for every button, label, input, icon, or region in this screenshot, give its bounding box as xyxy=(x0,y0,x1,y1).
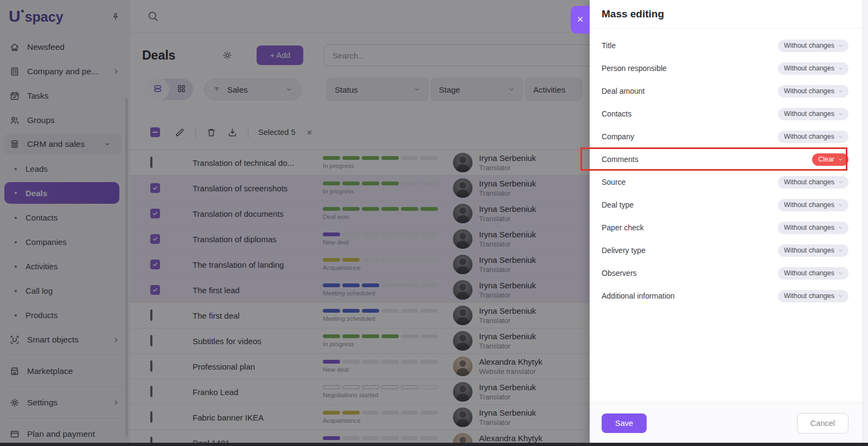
person-role: Translator xyxy=(479,240,536,248)
row-checkbox[interactable] xyxy=(150,260,160,269)
field-value-dropdown[interactable]: Without changes xyxy=(778,40,848,52)
pin-icon[interactable] xyxy=(111,12,120,22)
person-role: Translator xyxy=(479,393,536,401)
sidebar-item-company-and-pe[interactable]: Company and pe... xyxy=(0,59,130,83)
select-all-checkbox[interactable] xyxy=(150,127,160,137)
field-value-dropdown[interactable]: Without changes xyxy=(778,108,848,120)
cancel-button[interactable]: Cancel xyxy=(797,413,848,434)
uspacy-logo[interactable]: U spacy xyxy=(9,8,63,25)
stage-segment xyxy=(362,283,379,287)
field-value-dropdown[interactable]: Without changes xyxy=(778,267,848,280)
row-checkbox[interactable] xyxy=(150,411,152,423)
row-checkbox[interactable] xyxy=(150,360,152,372)
sidebar-item-newsfeed[interactable]: Newsfeed xyxy=(0,35,130,59)
sidebar-item-tasks[interactable]: Tasks xyxy=(0,83,130,108)
row-checkbox[interactable] xyxy=(150,157,152,168)
field-value-dropdown[interactable]: Without changes xyxy=(778,199,848,211)
filter-dropdown-activities[interactable]: Activities xyxy=(525,78,582,101)
stage-segment xyxy=(401,385,418,389)
chevron-down-icon xyxy=(837,42,844,49)
deal-title[interactable]: Translation of diplomas xyxy=(193,235,323,244)
stage-segment xyxy=(381,436,399,440)
close-icon xyxy=(576,15,585,25)
stage-cell: In progress xyxy=(323,156,453,169)
sidebar-item-companies[interactable]: Companies xyxy=(0,230,130,254)
field-value-dropdown[interactable]: Without changes xyxy=(778,222,848,234)
deal-title[interactable]: Translation of documents xyxy=(193,209,323,218)
deal-title[interactable]: Fabric banner IKEA xyxy=(193,413,323,422)
edit-icon[interactable] xyxy=(174,127,186,138)
sidebar-item-marketplace[interactable]: Marketplace xyxy=(0,359,130,383)
person-name: Iryna Serbeniuk xyxy=(479,281,536,290)
deal-title[interactable]: The translation of landing xyxy=(193,260,323,269)
sidebar-item-contacts[interactable]: Contacts xyxy=(0,205,130,230)
mass-editing-panel: Mass editing TitleWithout changesPerson … xyxy=(590,0,868,446)
person-role: Translator xyxy=(479,418,536,426)
person-cell: Iryna SerbeniukTranslator xyxy=(453,204,536,223)
field-value-dropdown[interactable]: Without changes xyxy=(778,131,848,143)
sidebar-item-deals[interactable]: Deals xyxy=(4,182,119,204)
field-value-dropdown[interactable]: Without changes xyxy=(778,176,848,189)
chevron-down-icon xyxy=(837,65,844,72)
deal-title[interactable]: Professional plan xyxy=(193,362,323,371)
filter-dropdown-stage[interactable]: Stage xyxy=(431,78,523,101)
list-view-button[interactable] xyxy=(145,79,169,100)
add-button[interactable]: + Add xyxy=(257,46,303,65)
bottom-bar xyxy=(0,443,868,446)
field-value: Without changes xyxy=(784,292,834,300)
deal-title[interactable]: The first lead xyxy=(193,286,323,295)
sidebar-item-call-log[interactable]: Call log xyxy=(0,279,130,303)
row-checkbox[interactable] xyxy=(150,183,160,193)
clear-selection-icon[interactable] xyxy=(305,128,314,137)
sidebar-header: U spacy xyxy=(0,0,130,28)
field-value-dropdown[interactable]: Without changes xyxy=(778,85,848,98)
sidebar-item-label: Newsfeed xyxy=(27,42,65,52)
sidebar-item-settings[interactable]: Settings xyxy=(0,390,130,415)
deal-title[interactable]: Franko Lead xyxy=(193,387,323,397)
gear-icon[interactable] xyxy=(222,50,233,61)
stage-segment xyxy=(401,232,418,236)
deal-title[interactable]: Subtitles for videos xyxy=(193,337,323,346)
close-panel-button[interactable] xyxy=(571,6,590,34)
row-checkbox[interactable] xyxy=(150,285,160,295)
person-name: Iryna Serbeniuk xyxy=(479,408,536,417)
row-checkbox[interactable] xyxy=(150,335,152,346)
stage-segment xyxy=(420,182,438,185)
stage-segment xyxy=(362,334,379,338)
person-cell: Alexandra KhytykWebsite translator xyxy=(453,357,542,376)
deal-title[interactable]: The first deal xyxy=(193,311,323,320)
filter-dropdown-status[interactable]: Status xyxy=(327,78,429,101)
delete-icon[interactable] xyxy=(206,127,217,138)
field-value-dropdown[interactable]: Without changes xyxy=(778,244,848,257)
row-checkbox[interactable] xyxy=(150,234,160,244)
field-value: Without changes xyxy=(784,42,834,49)
sidebar-item-leads[interactable]: Leads xyxy=(0,157,130,181)
sidebar-item-groups[interactable]: Groups xyxy=(0,108,130,132)
search-icon[interactable] xyxy=(146,10,159,23)
export-icon[interactable] xyxy=(227,127,238,138)
person-name: Iryna Serbeniuk xyxy=(479,332,536,341)
row-checkbox[interactable] xyxy=(150,309,152,321)
field-value-dropdown[interactable]: Without changes xyxy=(778,62,848,75)
field-value-dropdown[interactable]: Without changes xyxy=(778,290,848,302)
field-label: Delivery type xyxy=(602,246,646,255)
person-name: Iryna Serbeniuk xyxy=(479,204,536,214)
sidebar-item-crm-and-sales[interactable]: CRM and sales xyxy=(4,133,122,155)
deal-title[interactable]: Translation of screenshots xyxy=(193,184,323,193)
deal-title[interactable]: Translation of technical do... xyxy=(193,158,323,167)
row-checkbox[interactable] xyxy=(150,386,152,397)
bullet-icon xyxy=(15,192,17,194)
pipeline-select[interactable]: Sales xyxy=(204,79,302,100)
sidebar-scrollbar[interactable] xyxy=(125,98,128,437)
person-name: Alexandra Khytyk xyxy=(479,434,542,443)
row-checkbox[interactable] xyxy=(150,209,160,218)
field-deal-type: Deal typeWithout changes xyxy=(590,193,868,216)
person-cell: Iryna SerbeniukTranslator xyxy=(453,382,536,402)
people-icon xyxy=(9,115,20,126)
grid-view-button[interactable] xyxy=(169,79,193,100)
sidebar-item-activities[interactable]: Activities xyxy=(0,254,130,279)
sidebar-item-products[interactable]: Products xyxy=(0,303,130,327)
sidebar-item-smart-objects[interactable]: Smart objects xyxy=(0,327,130,352)
save-button[interactable]: Save xyxy=(602,413,647,433)
smart-icon xyxy=(9,334,20,345)
